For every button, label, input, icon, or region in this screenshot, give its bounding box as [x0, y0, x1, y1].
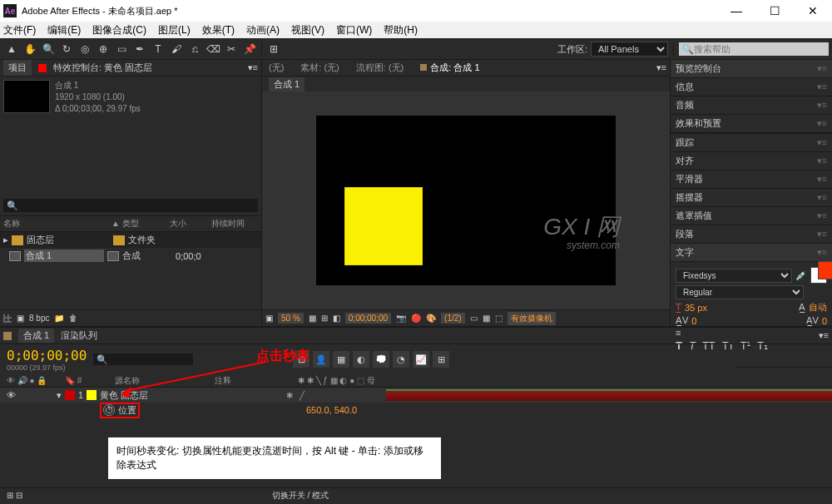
resolution-dropdown[interactable]: (1/2) — [441, 313, 465, 324]
trash-icon[interactable]: 🗑 — [69, 314, 77, 323]
font-style-select[interactable]: Regular — [676, 285, 804, 299]
channel-icon[interactable]: 🔴 — [411, 314, 421, 323]
workspace-select[interactable]: All Panels — [591, 42, 668, 57]
panel-paragraph[interactable]: 段落▾≡ — [671, 225, 832, 244]
leading-value[interactable]: 自动 — [809, 301, 827, 314]
hand-tool[interactable]: ✋ — [22, 41, 38, 57]
panel-preview[interactable]: 预览控制台▾≡ — [671, 60, 832, 78]
tab-flowchart[interactable]: 流程图: (无) — [353, 60, 407, 76]
project-item-folder[interactable]: ▸ 固态层 文件夹 — [0, 232, 261, 248]
draft3d-icon[interactable]: ⊟ — [293, 351, 310, 368]
grid-icon[interactable]: ⊞ — [321, 314, 328, 323]
roto-tool[interactable]: ✂ — [223, 41, 240, 57]
color-swatch[interactable] — [810, 267, 827, 284]
font-size-value[interactable]: 35 px — [685, 303, 707, 313]
layer-duration-bar[interactable] — [386, 389, 832, 401]
zoom-tool[interactable]: 🔍 — [40, 41, 57, 57]
pen-tool[interactable]: ✒ — [131, 41, 148, 57]
layer-name[interactable]: 黄色 固态层 — [100, 389, 148, 402]
panel-menu-icon[interactable]: ▾≡ — [819, 330, 829, 341]
project-search[interactable]: 🔍 — [3, 199, 258, 212]
col-source[interactable]: 源名称 — [115, 375, 198, 387]
eraser-tool[interactable]: ⌫ — [205, 41, 221, 57]
menu-animation[interactable]: 动画(A) — [246, 23, 280, 37]
brush-tool[interactable]: 🖌 — [168, 41, 185, 57]
zoom-dropdown[interactable]: 50 % — [278, 313, 304, 324]
label-color[interactable] — [65, 390, 75, 400]
menu-edit[interactable]: 编辑(E) — [47, 23, 81, 37]
puppet-tool[interactable]: 📌 — [241, 41, 258, 57]
color-mgmt-icon[interactable]: 🎨 — [426, 314, 436, 323]
3d-view-icon[interactable]: ⬚ — [495, 314, 503, 323]
menu-layer[interactable]: 图层(L) — [158, 23, 191, 37]
comp-name-tab[interactable]: 合成 1 — [269, 77, 305, 91]
snapshot-icon[interactable]: 📷 — [396, 314, 406, 323]
selection-tool[interactable]: ▲ — [3, 41, 20, 57]
camera-dropdown[interactable]: 有效摄像机 — [508, 312, 556, 325]
panel-menu-icon[interactable]: ▾≡ — [248, 62, 258, 73]
col-notes[interactable]: 注释 — [215, 375, 281, 387]
graph-icon[interactable]: 📈 — [413, 351, 429, 368]
panel-align[interactable]: 对齐▾≡ — [671, 152, 832, 170]
anchor-tool[interactable]: ⊕ — [95, 41, 111, 57]
motionblur-icon[interactable]: ◐ — [353, 351, 369, 368]
snap-toggle[interactable]: ⊞ — [265, 41, 282, 57]
property-position[interactable]: 位置 — [118, 404, 136, 417]
footer-toggle[interactable]: 切换开关 / 模式 — [272, 490, 329, 502]
panel-info[interactable]: 信息▾≡ — [671, 78, 832, 96]
menu-window[interactable]: 窗口(W) — [336, 23, 372, 37]
tab-timeline-comp[interactable]: 合成 1 — [18, 329, 54, 343]
maximize-button[interactable]: ☐ — [755, 0, 794, 22]
transparency-icon[interactable]: ▦ — [483, 314, 490, 323]
viewport[interactable]: GX I 网system.com — [262, 91, 670, 309]
tab-composition[interactable]: 合成: 合成 1 — [417, 60, 483, 76]
menu-effect[interactable]: 效果(T) — [202, 23, 235, 37]
menu-composition[interactable]: 图像合成(C) — [92, 23, 146, 37]
yellow-solid-layer[interactable] — [344, 187, 423, 265]
autokey-icon[interactable]: ◔ — [393, 351, 409, 368]
panel-mask-interp[interactable]: 遮罩插值▾≡ — [671, 207, 832, 225]
visibility-toggle[interactable]: 👁 — [5, 389, 17, 401]
panel-audio[interactable]: 音频▾≡ — [671, 96, 832, 115]
help-search[interactable]: 🔍 — [679, 42, 829, 56]
menu-view[interactable]: 视图(V) — [291, 23, 324, 37]
tab-render-queue[interactable]: 渲染队列 — [61, 329, 97, 342]
panel-smoother[interactable]: 平滑器▾≡ — [671, 170, 832, 189]
clone-tool[interactable]: ⎌ — [186, 41, 203, 57]
rotate-tool[interactable]: ↻ — [58, 41, 75, 57]
minimize-button[interactable]: — — [717, 0, 755, 22]
new-folder-icon[interactable]: 📁 — [54, 314, 64, 323]
panel-menu-icon[interactable]: ▾≡ — [656, 62, 666, 73]
panel-character[interactable]: 文字▾≡ — [671, 244, 832, 262]
position-value[interactable]: 650.0, 540.0 — [306, 405, 357, 415]
menu-help[interactable]: 帮助(H) — [384, 23, 418, 37]
brainstorm-icon[interactable]: 💭 — [373, 351, 389, 368]
mask-toggle-icon[interactable]: ◧ — [333, 314, 340, 323]
shy-icon[interactable]: 👤 — [313, 351, 329, 368]
current-time[interactable]: 0;00;00;00 — [345, 313, 391, 324]
new-comp-icon[interactable]: ▣ — [17, 314, 24, 323]
camera-tool[interactable]: ◎ — [77, 41, 93, 57]
frameblend-icon[interactable]: ▦ — [333, 351, 349, 368]
layer-switches[interactable]: ✱ ╱ — [286, 391, 386, 400]
always-preview-icon[interactable]: ▣ — [265, 314, 273, 323]
stopwatch-icon[interactable]: ⏱ — [103, 404, 115, 416]
panel-effects[interactable]: 效果和预置▾≡ — [671, 115, 832, 133]
twirl-icon[interactable]: ▾ — [57, 390, 62, 401]
text-tool[interactable]: T — [150, 41, 166, 57]
bpc-indicator[interactable]: 8 bpc — [29, 314, 49, 323]
menu-file[interactable]: 文件(F) — [3, 23, 36, 37]
timeline-search[interactable]: 🔍 — [93, 353, 193, 365]
help-search-input[interactable] — [694, 44, 825, 54]
resolution-icon[interactable]: ▦ — [309, 314, 316, 323]
interpret-icon[interactable] — [3, 314, 12, 323]
tab-effect-controls[interactable]: 特效控制台: 黄色 固态层 — [53, 62, 152, 74]
tab-none[interactable]: (无) — [265, 60, 287, 76]
tab-project[interactable]: 项目 — [3, 60, 32, 76]
close-button[interactable]: ✕ — [794, 0, 832, 22]
toggle-switches-icon[interactable]: ⊞ ⊟ — [7, 491, 22, 500]
region-icon[interactable]: ▭ — [470, 314, 478, 323]
snap-icon[interactable]: ⊞ — [433, 351, 449, 368]
tab-footage[interactable]: 素材: (无) — [297, 60, 342, 76]
eyedropper-icon[interactable]: 💉 — [795, 270, 807, 281]
